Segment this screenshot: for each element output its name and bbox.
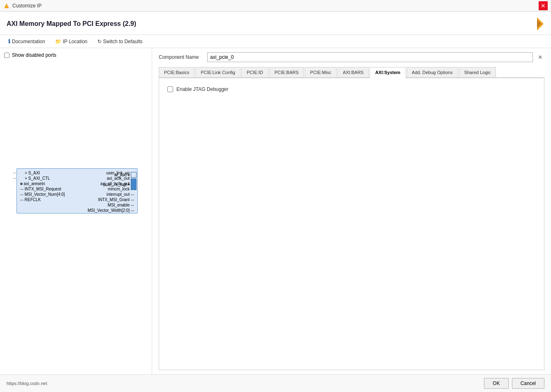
tab-axi-bars[interactable]: AXI:BARS: [338, 67, 369, 77]
jtag-debugger-row: Enable JTAG Debugger: [167, 86, 536, 92]
show-ports-checkbox[interactable]: [4, 53, 9, 58]
msi-enable-label: MSI_enable: [108, 203, 130, 207]
toolbar: ℹ Documentation 📁 IP Location ↻ Switch t…: [0, 35, 551, 48]
tab-content-axi-system: Enable JTAG Debugger: [159, 78, 544, 370]
aresetn-label: axi_aresetn: [24, 181, 45, 186]
tab-shared-logic[interactable]: Shared Logic: [459, 67, 496, 77]
folder-icon: 📁: [55, 39, 61, 44]
pcie-mgt-port-label: pcie_7x_mgt: [103, 182, 127, 187]
enable-jtag-label: Enable JTAG Debugger: [176, 86, 229, 92]
bottom-bar: https://blog.csdn.net OK Cancel: [0, 374, 551, 392]
info-icon: ℹ: [8, 38, 10, 44]
show-ports-text: Show disabled ports: [12, 52, 56, 58]
tab-pcie-basics[interactable]: PCIE:Basics: [159, 67, 194, 77]
msi-vector-num-label: MSI_Vector_Num[4:0]: [25, 192, 65, 197]
s-axi-ctl-plus: +: [25, 176, 27, 181]
close-button[interactable]: ✕: [539, 1, 548, 10]
port-row-msi-enable: MSI_enable: [17, 202, 137, 208]
tab-pcie-link-config[interactable]: PCIE:Link Config: [195, 67, 241, 77]
m-axi-plus: +: [127, 173, 130, 177]
tab-pcie-misc[interactable]: PCIE:Misc: [305, 67, 336, 77]
component-name-input[interactable]: [207, 52, 533, 62]
documentation-button[interactable]: ℹ Documentation: [7, 37, 47, 45]
left-panel: Show disabled ports M_AXI + pcie_7x_mgt: [0, 48, 152, 374]
content-area: Show disabled ports M_AXI + pcie_7x_mgt: [0, 48, 551, 374]
right-panel: Component Name ✕ PCIE:Basics PCIE:Link C…: [152, 48, 551, 374]
ok-button[interactable]: OK: [484, 378, 508, 389]
main-window: AXI Memory Mapped To PCI Express (2.9) ℹ…: [0, 12, 551, 392]
documentation-label: Documentation: [12, 39, 45, 44]
tabs-container: PCIE:Basics PCIE:Link Config PCIE:ID PCI…: [159, 67, 544, 78]
intx-msi-grant-label: INTX_MSI_Grant: [98, 197, 130, 202]
ip-location-label: IP Location: [63, 39, 88, 44]
component-name-label: Component Name: [159, 54, 204, 60]
app-title: AXI Memory Mapped To PCI Express (2.9): [7, 20, 136, 28]
pcie-mgt-plus: +: [127, 182, 130, 187]
switch-defaults-label: Switch to Defaults: [103, 39, 143, 44]
port-row-refclk: REFCLK INTX_MSI_Grant: [17, 197, 137, 202]
switch-defaults-button[interactable]: ↻ Switch to Defaults: [96, 38, 144, 45]
refresh-icon: ↻: [97, 39, 102, 44]
m-axi-port-label: M_AXI: [114, 173, 127, 177]
s-axi-plus: +: [25, 171, 27, 175]
port-row-msi-width: MSI_Vector_Width[2:0]: [17, 208, 137, 213]
cancel-button[interactable]: Cancel: [512, 378, 544, 389]
tab-axi-system[interactable]: AXI:System: [370, 67, 405, 78]
tab-add-debug[interactable]: Add. Debug Options: [407, 67, 458, 77]
title-bar: Customize IP ✕: [0, 0, 551, 12]
component-diagram: M_AXI + pcie_7x_mgt +: [16, 168, 148, 213]
status-text: https://blog.csdn.net: [7, 381, 481, 386]
tab-pcie-bars[interactable]: PCIE:BARS: [269, 67, 304, 77]
ip-location-button[interactable]: 📁 IP Location: [53, 38, 89, 45]
tab-pcie-id[interactable]: PCIE:ID: [241, 67, 269, 77]
svg-marker-0: [4, 3, 9, 8]
msi-vector-width-label: MSI_Vector_Width[2:0]: [88, 208, 130, 213]
diagram-box: M_AXI + pcie_7x_mgt +: [16, 168, 138, 213]
interrupt-out-label: interrupt_out: [106, 192, 130, 197]
enable-jtag-checkbox[interactable]: [167, 86, 173, 92]
component-name-row: Component Name ✕: [159, 52, 544, 62]
port-row-msi-num: MSI_Vector_Num[4:0] interrupt_out: [17, 192, 137, 197]
intx-msi-req-label: INTX_MSI_Request: [25, 187, 61, 191]
s-axi-ctl-label: S_AXI_CTL: [28, 176, 50, 181]
s-axi-label: S_AXI: [28, 171, 40, 175]
xilinx-logo: [530, 16, 544, 31]
app-icon: [3, 2, 10, 9]
clear-name-button[interactable]: ✕: [536, 54, 544, 60]
app-header: AXI Memory Mapped To PCI Express (2.9): [0, 12, 551, 35]
refclk-label: REFCLK: [25, 197, 41, 202]
show-ports-label[interactable]: Show disabled ports: [4, 52, 148, 58]
title-text: Customize IP: [12, 3, 42, 9]
